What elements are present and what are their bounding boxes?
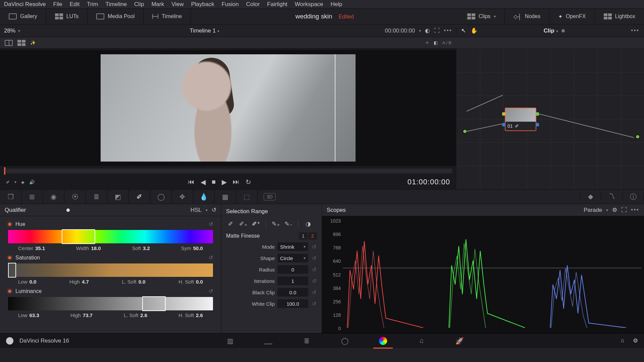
feather-add-icon[interactable]: ✎₊ (271, 220, 280, 228)
wheels-icon[interactable]: ◉ (43, 190, 64, 204)
reset-icon[interactable]: ↺ (311, 255, 317, 261)
mute-icon[interactable]: 🔊 (29, 180, 35, 185)
lightbox-button[interactable]: Lightbox (600, 9, 639, 24)
key-icon[interactable]: ▦ (215, 190, 236, 204)
menu-mark[interactable]: Mark (151, 1, 164, 8)
sat-bar[interactable] (8, 263, 213, 277)
prev-frame-button[interactable]: ◀ (201, 178, 206, 186)
qualifier-icon[interactable]: ✐ (129, 190, 150, 204)
reset-icon[interactable]: ↺ (209, 288, 213, 294)
reset-icon[interactable]: ↺ (209, 221, 213, 227)
deliver-page-icon[interactable]: 🚀 (454, 336, 465, 346)
mf-tab-2[interactable]: 2 (308, 232, 317, 240)
scopes-mode[interactable]: Parade (584, 207, 602, 214)
hue-sym-value[interactable]: 50.0 (193, 245, 203, 251)
more-icon[interactable]: ••• (631, 206, 639, 214)
mf-shape-select[interactable]: Circle▾ (277, 254, 308, 262)
ab-label[interactable]: A / B (442, 40, 451, 45)
menu-fusion[interactable]: Fusion (222, 1, 239, 8)
qualifier-mode[interactable]: HSL (191, 207, 202, 214)
timeline-button[interactable]: Timeline (149, 9, 185, 24)
reset-icon[interactable]: ↺ (311, 301, 317, 307)
pointer-icon[interactable]: ↖ (461, 27, 466, 34)
source-timecode[interactable]: 00:00:00:00 (385, 27, 415, 34)
mf-iter-value[interactable]: 1 (277, 277, 308, 285)
node-output-rgb[interactable] (536, 112, 539, 116)
unmix-icon[interactable]: ◈ (21, 180, 24, 185)
loop-button[interactable]: ↻ (246, 178, 251, 186)
mf-white-value[interactable]: 100.0 (277, 299, 308, 308)
fairlight-page-icon[interactable]: ♫ (416, 336, 427, 346)
sat-selection[interactable] (8, 263, 16, 278)
lum-hsoft-value[interactable]: 2.6 (196, 312, 203, 318)
menu-playback[interactable]: Playback (191, 1, 214, 8)
mf-mode-select[interactable]: Shrink▾ (277, 242, 308, 251)
more-icon[interactable]: ••• (631, 27, 639, 34)
highlight-icon[interactable]: ✧ (425, 40, 429, 45)
node-output-icon[interactable] (635, 134, 640, 139)
invert-icon[interactable]: ◑ (304, 220, 313, 228)
node-scope-label[interactable]: Clip (544, 27, 554, 34)
hue-selection[interactable] (62, 229, 95, 244)
menu-edit[interactable]: Edit (70, 1, 79, 8)
multi-viewer-icon[interactable] (17, 40, 25, 46)
menu-timeline[interactable]: Timeline (105, 1, 127, 8)
curves-icon[interactable]: ◩ (107, 190, 129, 204)
edit-page-icon[interactable]: ≣ (301, 336, 312, 346)
playhead-icon[interactable] (4, 167, 5, 175)
more-icon[interactable]: ••• (444, 27, 452, 34)
blur-icon[interactable]: 💧 (193, 190, 215, 204)
node-01[interactable]: 01✐ (505, 108, 536, 131)
reset-icon[interactable]: ↺ (212, 206, 216, 214)
sat-enable-dot[interactable] (8, 256, 11, 259)
window-icon[interactable]: ◯ (150, 190, 172, 204)
hdr-icon[interactable]: ⦿ (64, 190, 86, 204)
sat-lsoft-value[interactable]: 0.0 (139, 279, 146, 285)
fusion-page-icon[interactable]: ◯ (339, 336, 351, 346)
openfx-button[interactable]: ✦OpenFX (555, 9, 589, 24)
hue-center-value[interactable]: 35.1 (35, 245, 45, 251)
node-editor[interactable]: 01✐ (456, 49, 644, 189)
scope-settings-icon[interactable]: ⚙ (612, 206, 617, 214)
reset-icon[interactable]: ↺ (209, 254, 213, 261)
keyframes-icon[interactable]: ◆ (580, 192, 601, 200)
lum-low-value[interactable]: 63.3 (30, 312, 39, 318)
pan-icon[interactable]: ✋ (471, 27, 478, 34)
media-page-icon[interactable]: ▥ (224, 336, 236, 346)
menu-clip[interactable]: Clip (134, 1, 144, 8)
zoom-select[interactable]: 28%▾ (0, 27, 24, 34)
tracker-icon[interactable]: ✥ (172, 190, 193, 204)
lum-high-value[interactable]: 73.7 (83, 312, 93, 318)
hue-width-value[interactable]: 18.0 (91, 245, 101, 251)
sizing-icon[interactable]: ⬚ (236, 190, 258, 204)
scrub-bar[interactable] (4, 169, 452, 173)
sat-hsoft-value[interactable]: 0.0 (196, 279, 203, 285)
feather-sub-icon[interactable]: ✎₋ (284, 220, 293, 228)
node-output-alpha[interactable] (536, 123, 539, 126)
lum-bar[interactable] (8, 297, 213, 310)
viewer-canvas[interactable] (0, 50, 456, 166)
timeline-select[interactable]: Timeline 1 ▾ (24, 27, 385, 34)
sat-high-value[interactable]: 4.7 (82, 279, 89, 285)
reset-icon[interactable]: ↺ (311, 278, 317, 284)
node-input-rgb[interactable] (502, 112, 505, 116)
picker-sub-icon[interactable]: ✐⁺ (252, 220, 260, 228)
info-icon[interactable]: ⓘ (623, 192, 644, 201)
expand-icon[interactable]: ⛶ (434, 27, 440, 34)
hue-soft-value[interactable]: 3.2 (143, 245, 150, 251)
menu-workspace[interactable]: Workspace (295, 1, 323, 8)
picker-icon[interactable]: ✐ (6, 180, 10, 185)
lum-lsoft-value[interactable]: 2.6 (140, 312, 147, 318)
sat-low-value[interactable]: 0.0 (30, 279, 37, 285)
bypass-icon[interactable]: ◐ (425, 27, 430, 34)
menu-file[interactable]: File (53, 1, 62, 8)
settings-icon[interactable]: ⚙ (633, 337, 638, 344)
menu-fairlight[interactable]: Fairlight (267, 1, 287, 8)
record-timecode[interactable]: 01:00:00:00 (408, 178, 450, 186)
node-input-alpha[interactable] (502, 123, 505, 126)
reset-icon[interactable]: ↺ (311, 289, 317, 296)
menu-help[interactable]: Help (331, 1, 342, 8)
menu-trim[interactable]: Trim (87, 1, 98, 8)
home-icon[interactable]: ⌂ (621, 337, 624, 344)
3d-icon[interactable]: 3D (264, 193, 276, 200)
